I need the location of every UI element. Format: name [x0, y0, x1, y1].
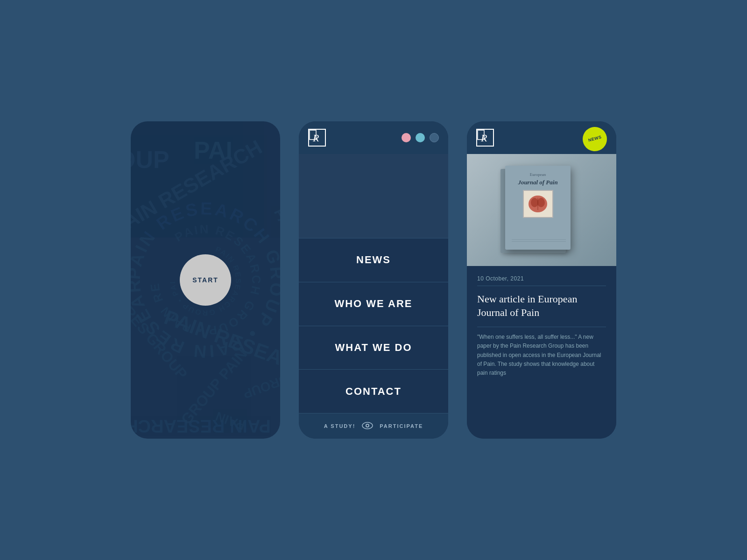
- svg-text:GROUP: GROUP: [241, 371, 280, 401]
- eye-icon: [362, 421, 373, 432]
- color-dots: [402, 133, 439, 142]
- article-header: R NEWS: [467, 121, 616, 154]
- footer-participate-text: PARTICIPATE: [380, 423, 423, 429]
- brain-icon: [526, 192, 550, 216]
- book-title: Journal of Pain: [518, 179, 557, 186]
- nav-item-contact[interactable]: CONTACT: [299, 369, 448, 413]
- nav-image-area: [299, 154, 448, 238]
- dot-pink: [402, 133, 411, 142]
- svg-text:OUP: OUP: [131, 146, 169, 173]
- svg-point-25: [537, 198, 545, 207]
- nav-footer: A STUDY! PARTICIPATE: [299, 413, 448, 439]
- svg-text:PAIN RESEARCH GR: PAIN RESEARCH GR: [131, 416, 271, 436]
- news-badge: NEWS: [583, 127, 607, 151]
- phone-splash: PAIN RESEARCH GROUP • PAIN RESEARCH GROU…: [131, 121, 280, 439]
- phone-nav: R NEWS WHO WE ARE WHAT WE DO CONTACT A S…: [299, 121, 448, 439]
- phone-article: R NEWS European Journal of Pain: [467, 121, 616, 439]
- nav-what-label: WHAT WE DO: [335, 342, 412, 354]
- article-content: 10 October, 2021 New article in European…: [467, 266, 616, 439]
- svg-point-19: [366, 425, 368, 427]
- book-subtitle: European: [530, 172, 546, 177]
- nav-item-what-we-do[interactable]: WHAT WE DO: [299, 326, 448, 370]
- journal-illustration: European Journal of Pain: [495, 159, 588, 261]
- book-lines: [510, 238, 566, 243]
- article-image: European Journal of Pain: [467, 154, 616, 266]
- logo-icon: R: [308, 129, 326, 147]
- nav-header: R: [299, 121, 448, 154]
- svg-point-24: [531, 198, 538, 207]
- logo-icon: R: [476, 129, 494, 147]
- article-divider-top: [477, 286, 606, 286]
- footer-study-text: A STUDY!: [324, 423, 356, 429]
- book-front: European Journal of Pain: [505, 166, 571, 250]
- start-button[interactable]: START: [180, 254, 231, 306]
- nav-who-label: WHO WE ARE: [334, 298, 412, 310]
- dot-dark: [430, 133, 439, 142]
- nav-menu: NEWS WHO WE ARE WHAT WE DO CONTACT: [299, 238, 448, 413]
- dot-teal: [416, 133, 425, 142]
- nav-item-news[interactable]: NEWS: [299, 238, 448, 282]
- article-title: New article in European Journal of Pain: [477, 293, 606, 319]
- start-label: START: [192, 276, 218, 284]
- logo: R: [476, 129, 494, 147]
- news-badge-label: NEWS: [588, 135, 602, 143]
- nav-news-label: NEWS: [356, 254, 391, 266]
- nav-item-who-we-are[interactable]: WHO WE ARE: [299, 282, 448, 326]
- book-image-box: [523, 190, 553, 218]
- article-excerpt: "When one suffers less, all suffer less.…: [477, 333, 606, 378]
- nav-contact-label: CONTACT: [345, 385, 402, 398]
- logo: R: [308, 129, 326, 147]
- article-divider-mid: [477, 327, 606, 327]
- article-date: 10 October, 2021: [477, 275, 606, 282]
